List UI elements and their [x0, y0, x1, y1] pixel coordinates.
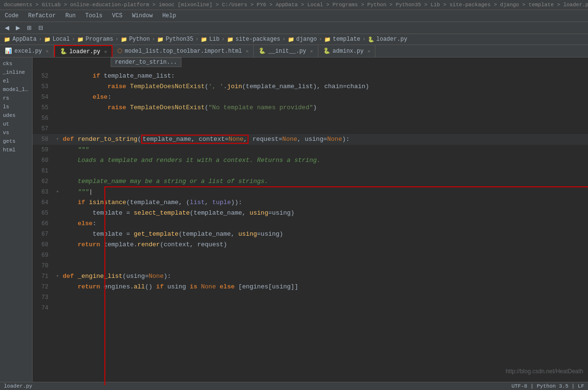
- folder-icon-2: 📁: [44, 36, 51, 43]
- toolbar-home[interactable]: ⊞: [25, 23, 34, 32]
- sidebar: cks _inline el model_list. rs ls udes ut…: [0, 57, 33, 385]
- nav-lib[interactable]: Lib: [209, 36, 220, 43]
- sidebar-gets[interactable]: gets: [0, 137, 32, 146]
- menu-help[interactable]: Help: [158, 11, 181, 21]
- tab-model-icon: ⬡: [117, 47, 122, 55]
- status-left: loader.py: [4, 383, 32, 389]
- menu-vcs[interactable]: VCS: [107, 11, 127, 21]
- folder-icon-4: 📁: [121, 36, 127, 43]
- line-content-66: else:: [61, 218, 588, 229]
- toolbar-back[interactable]: ◀: [3, 23, 11, 32]
- line-num-74: 74: [33, 303, 54, 313]
- tab-init-label: __init__.py: [268, 48, 306, 55]
- folder-icon: 📁: [4, 36, 11, 43]
- tab-excel[interactable]: 📊 excel.py ✕: [0, 45, 54, 57]
- line-num-69: 69: [33, 250, 54, 261]
- code-line-73: 73: [33, 292, 588, 303]
- sidebar-html[interactable]: html: [0, 146, 32, 154]
- toolbar-forward[interactable]: ▶: [14, 23, 22, 32]
- sidebar-vs[interactable]: vs: [0, 128, 32, 137]
- toolbar: ◀ ▶ ⊞ ⊟: [0, 22, 588, 34]
- line-num-65: 65: [33, 208, 54, 218]
- nav-python35[interactable]: Python35: [166, 36, 193, 43]
- nav-local[interactable]: Local: [53, 36, 70, 43]
- line-content-63: """|: [61, 187, 588, 197]
- nav-loader[interactable]: loader.py: [376, 36, 407, 43]
- code-line-58: 58 ▾ def render_to_string(template_name,…: [33, 134, 588, 145]
- nav-python[interactable]: Python: [129, 36, 150, 43]
- code-line-63: 63 ▾ """|: [33, 187, 588, 197]
- line-num-66: 66: [33, 218, 54, 229]
- sidebar-rs[interactable]: rs: [0, 94, 32, 103]
- tab-loader[interactable]: 🐍 loader.py ✕: [54, 45, 113, 57]
- line-num-71: 71: [33, 271, 54, 282]
- fold-63: ▾: [54, 187, 61, 197]
- code-line-53: 53 raise TemplateDoesNotExist(', '.join(…: [33, 81, 588, 92]
- tab-adminx[interactable]: 🐍 adminx.py ✕: [318, 45, 376, 57]
- hover-tooltip: render_to_strin...: [111, 57, 181, 67]
- code-line-70: 70: [33, 261, 588, 271]
- nav-site-packages[interactable]: site-packages: [236, 36, 281, 43]
- nav-appdata[interactable]: AppData: [12, 36, 36, 43]
- sidebar-ls[interactable]: ls: [0, 103, 32, 111]
- line-num-63: 63: [33, 187, 54, 197]
- sidebar-inline[interactable]: _inline: [0, 68, 32, 77]
- toolbar-split[interactable]: ⊟: [36, 23, 45, 32]
- line-num-62: 62: [33, 176, 54, 187]
- line-num-59: 59: [33, 145, 54, 155]
- code-line-62: 62 template_name may be a string or a li…: [33, 176, 588, 187]
- tab-excel-icon: 📊: [5, 47, 12, 55]
- line-content-72: return engines.all() if using is None el…: [61, 282, 588, 292]
- watermark: http://blog.csdn.net/HeatDeath: [506, 368, 583, 375]
- tab-loader-close[interactable]: ✕: [104, 49, 107, 55]
- line-num-58: 58: [33, 134, 54, 145]
- tab-loader-label: loader.py: [69, 48, 101, 55]
- tab-model-label: model_list.top_toolbar.import.html: [124, 48, 242, 55]
- file-icon-py: 🐍: [368, 36, 374, 43]
- sidebar-cks[interactable]: cks: [0, 59, 32, 68]
- menu-tools[interactable]: Tools: [80, 11, 107, 21]
- code-line-71: 71 ▾ def _engine_list(using=None):: [33, 271, 588, 282]
- sidebar-ut[interactable]: ut: [0, 120, 32, 128]
- line-content-65: template = select_template(template_name…: [61, 208, 588, 218]
- menu-window[interactable]: Window: [127, 11, 158, 21]
- code-line-67: 67 template = get_template(template_name…: [33, 229, 588, 240]
- status-bar: loader.py UTF-8 | Python 3.5 | LF: [0, 382, 588, 390]
- sidebar-udes[interactable]: udes: [0, 111, 32, 120]
- tab-bar: 📊 excel.py ✕ 🐍 loader.py ✕ ⬡ model_list.…: [0, 45, 588, 57]
- line-num-60: 60: [33, 155, 54, 166]
- menu-code[interactable]: Code: [0, 11, 23, 21]
- fold-58: ▾: [54, 134, 61, 145]
- line-content-67: template = get_template(template_name, u…: [61, 229, 588, 240]
- tab-model-close[interactable]: ✕: [246, 48, 249, 54]
- code-line-69: 69: [33, 250, 588, 261]
- line-num-64: 64: [33, 197, 54, 208]
- main-layout: cks _inline el model_list. rs ls udes ut…: [0, 57, 588, 385]
- sidebar-model-list[interactable]: model_list.: [0, 85, 32, 94]
- code-line-57: 57: [33, 124, 588, 134]
- tab-init[interactable]: 🐍 __init__.py ✕: [254, 45, 318, 57]
- editor[interactable]: render_to_strin... 52 if template_name_l…: [33, 57, 588, 385]
- code-line-52: 52 if template_name_list:: [33, 71, 588, 81]
- code-line-66: 66 else:: [33, 218, 588, 229]
- sidebar-el[interactable]: el: [0, 77, 32, 85]
- tab-adminx-close[interactable]: ✕: [367, 48, 370, 54]
- line-num-53: 53: [33, 81, 54, 92]
- nav-django[interactable]: django: [296, 36, 317, 43]
- nav-template[interactable]: template: [333, 36, 361, 43]
- tab-excel-close[interactable]: ✕: [46, 48, 49, 54]
- nav-programs[interactable]: Programs: [86, 36, 113, 43]
- breadcrumb-path: documents > GitLab > online-education-pl…: [4, 2, 588, 8]
- tab-model-list[interactable]: ⬡ model_list.top_toolbar.import.html ✕: [113, 45, 254, 57]
- menu-refactor[interactable]: Refactor: [23, 11, 61, 21]
- line-num-72: 72: [33, 282, 54, 292]
- line-content-59: """: [61, 145, 588, 155]
- line-num-52: 52: [33, 71, 54, 81]
- line-num-73: 73: [33, 292, 54, 303]
- tab-adminx-icon: 🐍: [323, 47, 330, 55]
- menu-run[interactable]: Run: [60, 11, 80, 21]
- folder-icon-5: 📁: [157, 36, 164, 43]
- folder-icon-9: 📁: [324, 36, 331, 43]
- code-line-72: 72 return engines.all() if using is None…: [33, 282, 588, 292]
- tab-init-close[interactable]: ✕: [310, 48, 313, 54]
